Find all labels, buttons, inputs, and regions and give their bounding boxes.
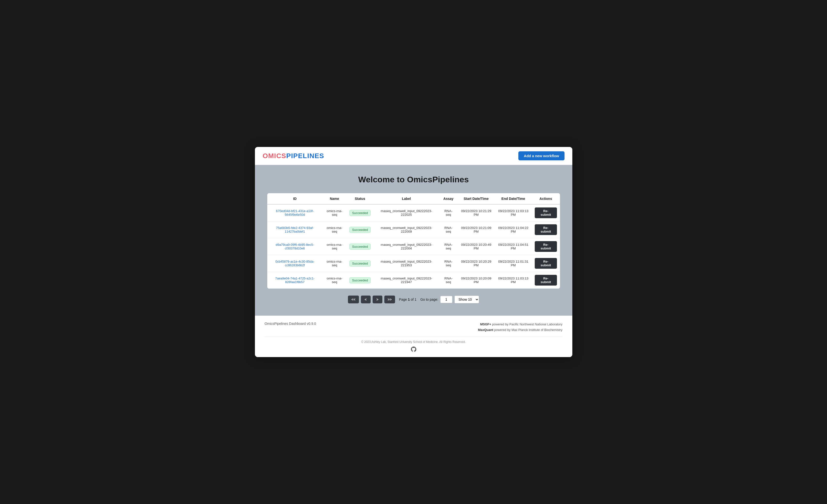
cell-actions: Re-submit — [532, 272, 560, 289]
col-start: Start Date/Time — [457, 193, 495, 204]
cell-id: 0cb45879-ac1e-4c30-85da-cc86283b6b2f — [267, 255, 323, 272]
add-workflow-button[interactable]: Add a new workflow — [518, 151, 564, 160]
footer-top: OmicsPipelines Dashboard v0.9.0 MSGF+ po… — [265, 322, 563, 337]
last-page-button[interactable]: >> — [384, 296, 395, 303]
cell-start: 09/22/2023 10:20:49 PM — [457, 238, 495, 255]
cell-assay: RNA-seq — [439, 204, 457, 221]
cell-end: 09/22/2023 11:03:13 PM — [495, 204, 532, 221]
main-content: Welcome to OmicsPipelines ID Name Status… — [255, 165, 572, 315]
status-badge: Succeeded — [349, 244, 371, 250]
logo: OMICSPIPELINES — [263, 152, 324, 160]
header: OMICSPIPELINES Add a new workflow — [255, 147, 572, 165]
cell-assay: RNA-seq — [439, 238, 457, 255]
footer-brand: OmicsPipelines Dashboard v0.9.0 — [265, 322, 316, 325]
cell-id: 75a683b5-fde2-4374-93af-11427ba0def1 — [267, 221, 323, 238]
table-row: 670ed04d-bf21-431e-a10f-5645f9e6e50d omi… — [267, 204, 560, 221]
cell-start: 09/22/2023 10:21:09 PM — [457, 221, 495, 238]
cell-actions: Re-submit — [532, 221, 560, 238]
app-window: OMICSPIPELINES Add a new workflow Welcom… — [255, 147, 572, 357]
workflows-table-container: ID Name Status Label Assay Start Date/Ti… — [267, 193, 560, 289]
status-badge: Succeeded — [349, 227, 371, 233]
prev-page-button[interactable]: < — [361, 296, 371, 303]
msgf-text: powered by Pacific Northwest National La… — [491, 322, 563, 326]
cell-name: omics-rna-seq — [323, 272, 346, 289]
id-link[interactable]: 670ed04d-bf21-431e-a10f-5645f9e6e50d — [276, 209, 314, 216]
cell-start: 09/22/2023 10:20:09 PM — [457, 272, 495, 289]
cell-end: 09/22/2023 11:04:51 PM — [495, 238, 532, 255]
table-row: 0cb45879-ac1e-4c30-85da-cc86283b6b2f omi… — [267, 255, 560, 272]
cell-name: omics-rna-seq — [323, 221, 346, 238]
credit1: MSGF+ powered by Pacific Northwest Natio… — [478, 322, 562, 327]
col-actions: Actions — [532, 193, 560, 204]
next-page-button[interactable]: > — [373, 296, 382, 303]
table-row: 7aea9e04-74a1-4725-a2c1-826faa1f8b57 omi… — [267, 272, 560, 289]
status-badge: Succeeded — [349, 210, 371, 216]
credit2: MaxQuant powered by Max Planck Institute… — [478, 327, 562, 333]
table-header-row: ID Name Status Label Assay Start Date/Ti… — [267, 193, 560, 204]
msgf-label: MSGF+ — [480, 322, 491, 326]
cell-assay: RNA-seq — [439, 255, 457, 272]
cell-status: Succeeded — [346, 238, 374, 255]
cell-actions: Re-submit — [532, 238, 560, 255]
copyright: © 2023 Ashley Lab, Stanford University S… — [265, 340, 563, 344]
id-link[interactable]: 7aea9e04-74a1-4725-a2c1-826faa1f8b57 — [275, 276, 314, 284]
cell-name: omics-rna-seq — [323, 255, 346, 272]
col-status: Status — [346, 193, 374, 204]
footer-credits: MSGF+ powered by Pacific Northwest Natio… — [478, 322, 562, 333]
first-page-button[interactable]: << — [348, 296, 359, 303]
cell-start: 09/22/2023 10:21:29 PM — [457, 204, 495, 221]
footer: OmicsPipelines Dashboard v0.9.0 MSGF+ po… — [255, 315, 572, 357]
id-link[interactable]: d9a79ca9-09f6-4b95-8ec5-cf30378d10e6 — [276, 243, 314, 250]
id-link[interactable]: 0cb45879-ac1e-4c30-85da-cc86283b6b2f — [276, 260, 314, 267]
page-info: Page 1 of 1 — [399, 298, 417, 301]
page-title: Welcome to OmicsPipelines — [267, 175, 560, 184]
status-badge: Succeeded — [349, 277, 371, 283]
col-assay: Assay — [439, 193, 457, 204]
cell-label: rnaseq_cromwell_input_09222023-221953 — [374, 255, 439, 272]
cell-end: 09/22/2023 11:04:22 PM — [495, 221, 532, 238]
cell-start: 09/22/2023 10:20:29 PM — [457, 255, 495, 272]
cell-id: 670ed04d-bf21-431e-a10f-5645f9e6e50d — [267, 204, 323, 221]
cell-id: d9a79ca9-09f6-4b95-8ec5-cf30378d10e6 — [267, 238, 323, 255]
cell-assay: RNA-seq — [439, 272, 457, 289]
cell-end: 09/22/2023 11:01:31 PM — [495, 255, 532, 272]
col-id: ID — [267, 193, 323, 204]
resubmit-button[interactable]: Re-submit — [535, 224, 557, 235]
cell-status: Succeeded — [346, 204, 374, 221]
logo-omics: OMICS — [263, 152, 286, 160]
cell-status: Succeeded — [346, 255, 374, 272]
col-name: Name — [323, 193, 346, 204]
goto-label: Go to page: — [421, 298, 438, 301]
table-row: 75a683b5-fde2-4374-93af-11427ba0def1 omi… — [267, 221, 560, 238]
workflows-table: ID Name Status Label Assay Start Date/Ti… — [267, 193, 560, 289]
cell-actions: Re-submit — [532, 204, 560, 221]
resubmit-button[interactable]: Re-submit — [535, 275, 557, 286]
cell-label: rnaseq_cromwell_input_09222023-222009 — [374, 221, 439, 238]
cell-label: rnaseq_cromwell_input_09222023-222025 — [374, 204, 439, 221]
cell-status: Succeeded — [346, 272, 374, 289]
cell-actions: Re-submit — [532, 255, 560, 272]
cell-label: rnaseq_cromwell_input_09222023-222004 — [374, 238, 439, 255]
status-badge: Succeeded — [349, 260, 371, 266]
cell-id: 7aea9e04-74a1-4725-a2c1-826faa1f8b57 — [267, 272, 323, 289]
cell-assay: RNA-seq — [439, 221, 457, 238]
github-icon — [411, 347, 416, 353]
resubmit-button[interactable]: Re-submit — [535, 207, 557, 218]
show-select[interactable]: Show 10 Show 25 Show 50 — [454, 296, 479, 303]
cell-label: rnaseq_cromwell_input_09222023-221947 — [374, 272, 439, 289]
maxquant-text: powered by Max Planck Institute of Bioch… — [493, 328, 562, 332]
resubmit-button[interactable]: Re-submit — [535, 241, 557, 252]
resubmit-button[interactable]: Re-submit — [535, 258, 557, 269]
table-row: d9a79ca9-09f6-4b95-8ec5-cf30378d10e6 omi… — [267, 238, 560, 255]
total-pages: 1 — [415, 298, 417, 301]
cell-name: omics-rna-seq — [323, 204, 346, 221]
cell-end: 09/22/2023 11:03:13 PM — [495, 272, 532, 289]
goto-input[interactable] — [440, 296, 452, 303]
pagination: << < > >> Page 1 of 1 Go to page: Show 1… — [267, 296, 560, 303]
col-end: End Date/Time — [495, 193, 532, 204]
id-link[interactable]: 75a683b5-fde2-4374-93af-11427ba0def1 — [276, 226, 314, 233]
current-page: 1 — [408, 298, 410, 301]
logo-pipelines: PIPELINES — [286, 152, 324, 160]
cell-name: omics-rna-seq — [323, 238, 346, 255]
footer-bottom: © 2023 Ashley Lab, Stanford University S… — [265, 337, 563, 353]
